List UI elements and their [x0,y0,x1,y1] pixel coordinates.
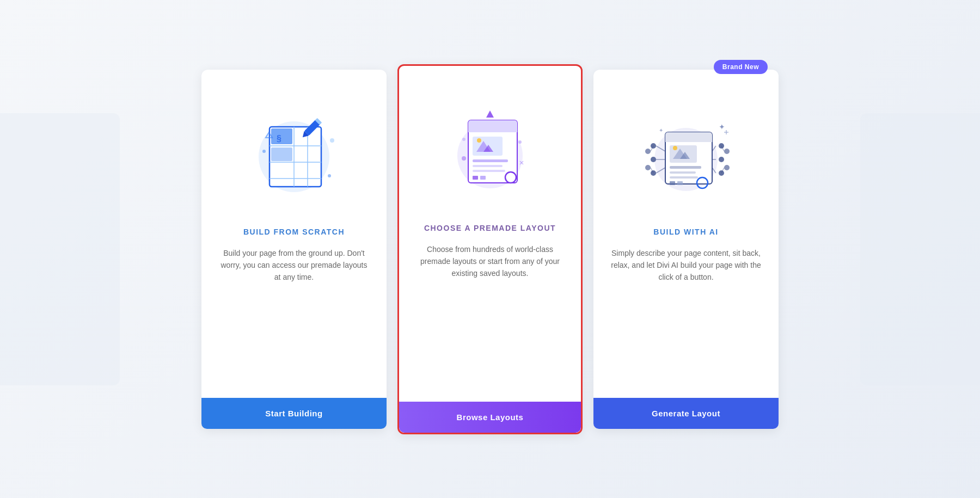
premade-title: CHOOSE A PREMADE LAYOUT [424,224,556,232]
brand-new-badge: Brand New [714,60,768,74]
svg-point-65 [724,165,730,170]
ai-title: BUILD WITH AI [653,228,718,236]
svg-point-34 [462,138,465,141]
generate-layout-button[interactable]: Generate Layout [593,398,779,429]
svg-rect-7 [271,128,292,144]
svg-rect-8 [271,147,292,161]
svg-point-44 [673,146,677,150]
svg-rect-29 [480,176,486,180]
scratch-desc: Build your page from the ground up. Don'… [218,247,370,382]
svg-point-54 [645,149,651,154]
premade-illustration [436,88,544,207]
premade-desc: Choose from hundreds of world-class prem… [415,243,565,385]
svg-point-32 [462,156,466,161]
card-ai: Brand New [593,70,779,429]
svg-rect-25 [473,159,508,162]
svg-point-55 [645,165,651,170]
svg-point-52 [651,157,656,162]
svg-rect-26 [473,165,503,167]
svg-point-12 [262,150,266,153]
svg-rect-20 [468,127,517,132]
svg-rect-48 [670,181,675,185]
start-building-button[interactable]: Start Building [201,398,387,429]
svg-point-24 [477,138,481,143]
scratch-title: BUILD FROM SCRATCH [243,228,345,236]
scratch-illustration: § [240,91,348,211]
svg-text:§: § [277,134,281,143]
svg-rect-40 [665,137,712,142]
svg-rect-27 [473,170,505,172]
browse-layouts-button[interactable]: Browse Layouts [399,402,581,433]
svg-point-62 [719,157,724,162]
bg-left-panel [0,113,120,385]
svg-rect-49 [677,181,683,185]
svg-point-13 [328,174,331,177]
svg-point-14 [330,138,334,143]
card-scratch: § BUILD FROM SCRATCH Build your page fro… [201,70,387,429]
svg-rect-46 [670,171,696,174]
cards-container: § BUILD FROM SCRATCH Build your page fro… [196,64,784,434]
ai-desc: Simply describe your page content, sit b… [610,247,762,382]
ai-illustration: ✦ ✦ [632,91,740,211]
svg-rect-47 [670,176,698,179]
svg-marker-31 [486,110,494,118]
svg-rect-28 [473,176,478,180]
svg-rect-45 [670,166,701,169]
bg-right-panel [860,113,980,385]
svg-text:✦: ✦ [659,127,663,133]
svg-point-33 [518,140,522,144]
page-wrapper: § BUILD FROM SCRATCH Build your page fro… [0,0,980,498]
card-premade: CHOOSE A PREMADE LAYOUT Choose from hund… [397,64,583,434]
svg-point-64 [724,149,730,154]
svg-text:✦: ✦ [719,122,725,131]
